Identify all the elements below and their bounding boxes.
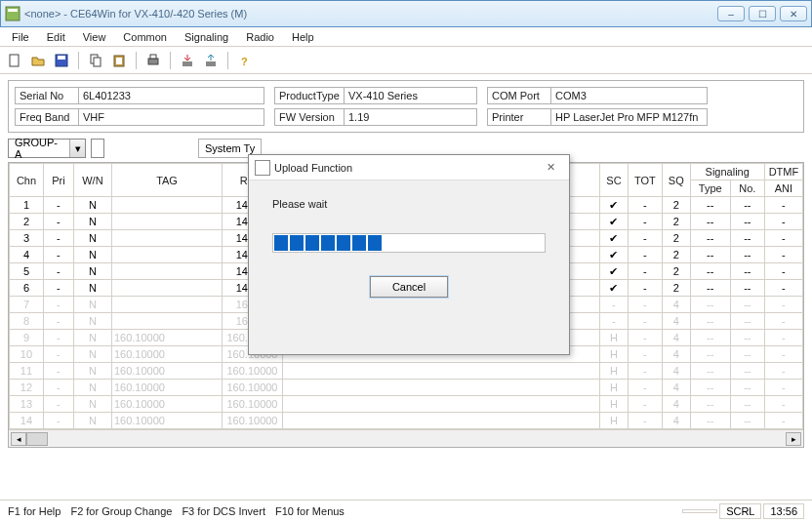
cell-wn[interactable]: N [73, 214, 111, 230]
cell-type[interactable]: -- [690, 197, 730, 214]
cell-tag[interactable] [111, 280, 222, 297]
menu-help[interactable]: Help [284, 29, 322, 45]
cell-sc[interactable]: ✔ [600, 247, 629, 263]
cell-chn[interactable]: 14 [10, 413, 44, 429]
col-ani[interactable]: ANI [764, 180, 802, 197]
cell-tot[interactable]: - [628, 247, 662, 263]
save-icon[interactable] [53, 52, 70, 69]
cell-sq[interactable]: 2 [662, 197, 690, 214]
cell-ani[interactable]: - [764, 380, 802, 396]
cell-chn[interactable]: 4 [10, 247, 44, 263]
cell-ani[interactable]: - [764, 280, 802, 297]
menu-common[interactable]: Common [115, 29, 175, 45]
cell-no[interactable]: -- [730, 313, 764, 330]
cell-chn[interactable]: 8 [10, 313, 44, 330]
cell-sc[interactable]: ✔ [600, 214, 629, 230]
cell-ani[interactable]: - [764, 297, 802, 313]
cell-rece[interactable]: 160.10000 [223, 396, 283, 413]
cell-type[interactable]: -- [690, 413, 730, 429]
cell-no[interactable]: -- [730, 230, 764, 247]
cell-tot[interactable]: - [628, 280, 662, 297]
menu-file[interactable]: File [4, 29, 37, 45]
col-chn[interactable]: Chn [10, 164, 44, 197]
col-type[interactable]: Type [690, 180, 730, 197]
copy-icon[interactable] [87, 52, 104, 69]
table-row[interactable]: 14-N160.10000160.10000H-4----- [10, 413, 803, 429]
cell-type[interactable]: -- [690, 380, 730, 396]
cell-sq[interactable]: 4 [662, 313, 690, 330]
cell-no[interactable]: -- [730, 247, 764, 263]
cell-tot[interactable]: - [628, 330, 662, 346]
table-row[interactable]: 13-N160.10000160.10000H-4----- [10, 396, 803, 413]
col-signaling[interactable]: Signaling [690, 164, 764, 180]
cell-sq[interactable]: 4 [662, 297, 690, 313]
cell-ani[interactable]: - [764, 230, 802, 247]
cell-rece[interactable]: 160.10000 [223, 380, 283, 396]
cell-sc[interactable]: H [600, 330, 629, 346]
help-icon[interactable]: ? [236, 52, 254, 69]
cell-wn[interactable]: N [73, 263, 111, 280]
cell-type[interactable]: -- [690, 330, 730, 346]
cell-no[interactable]: -- [730, 330, 764, 346]
cell-sc[interactable]: ✔ [600, 280, 629, 297]
cell-pri[interactable]: - [43, 230, 73, 247]
cell-sq[interactable]: 4 [662, 346, 690, 363]
col-sq[interactable]: SQ [662, 164, 690, 197]
cell-ani[interactable]: - [764, 214, 802, 230]
cell-no[interactable]: -- [730, 363, 764, 380]
cell-wn[interactable]: N [73, 346, 111, 363]
table-row[interactable]: 11-N160.10000160.10000H-4----- [10, 363, 803, 380]
cell-sc[interactable]: H [600, 363, 629, 380]
cell-no[interactable]: -- [730, 346, 764, 363]
col-no[interactable]: No. [730, 180, 764, 197]
cell-type[interactable]: -- [690, 280, 730, 297]
group-secondary[interactable] [91, 139, 104, 158]
cell-pri[interactable]: - [43, 263, 73, 280]
cell-wn[interactable]: N [73, 363, 111, 380]
cell-ani[interactable]: - [764, 363, 802, 380]
minimize-button[interactable]: – [717, 6, 745, 21]
cell-wn[interactable]: N [73, 396, 111, 413]
cell-wn[interactable]: N [73, 280, 111, 297]
cell-chn[interactable]: 3 [10, 230, 44, 247]
scroll-thumb[interactable] [26, 432, 48, 446]
cell-tag[interactable]: 160.10000 [111, 346, 222, 363]
table-row[interactable]: 12-N160.10000160.10000H-4----- [10, 380, 803, 396]
cell-sc[interactable]: H [600, 396, 629, 413]
cell-sc[interactable]: ✔ [600, 230, 629, 247]
cell-sq[interactable]: 2 [662, 263, 690, 280]
cell-tag[interactable]: 160.10000 [111, 380, 222, 396]
cell-no[interactable]: -- [730, 263, 764, 280]
cell-no[interactable]: -- [730, 214, 764, 230]
cell-tag[interactable]: 160.10000 [111, 363, 222, 380]
cell-type[interactable]: -- [690, 263, 730, 280]
cell-wn[interactable]: N [73, 297, 111, 313]
cell-tag[interactable] [111, 230, 222, 247]
cell-tot[interactable]: - [628, 363, 662, 380]
cell-chn[interactable]: 2 [10, 214, 44, 230]
scroll-left-icon[interactable]: ◂ [11, 432, 26, 446]
cell-chn[interactable]: 6 [10, 280, 44, 297]
cell-pri[interactable]: - [43, 380, 73, 396]
cell-sc[interactable]: H [600, 413, 629, 429]
cell-rece[interactable]: 160.10000 [223, 363, 283, 380]
cell-no[interactable]: -- [730, 297, 764, 313]
menu-signaling[interactable]: Signaling [177, 29, 236, 45]
cell-sq[interactable]: 4 [662, 363, 690, 380]
cell-ani[interactable]: - [764, 413, 802, 429]
cell-sq[interactable]: 2 [662, 280, 690, 297]
cell-wn[interactable]: N [73, 247, 111, 263]
cell-tot[interactable]: - [628, 297, 662, 313]
cell-type[interactable]: -- [690, 313, 730, 330]
cell-chn[interactable]: 9 [10, 330, 44, 346]
group-select[interactable]: GROUP-A ▾ [8, 139, 86, 158]
cell-sq[interactable]: 2 [662, 247, 690, 263]
cell-chn[interactable]: 10 [10, 346, 44, 363]
cell-wn[interactable]: N [73, 330, 111, 346]
cell-chn[interactable]: 5 [10, 263, 44, 280]
cell-tot[interactable]: - [628, 230, 662, 247]
cell-pri[interactable]: - [43, 313, 73, 330]
cell-tot[interactable]: - [628, 396, 662, 413]
cell-pri[interactable]: - [43, 247, 73, 263]
cell-sc[interactable]: ✔ [600, 263, 629, 280]
